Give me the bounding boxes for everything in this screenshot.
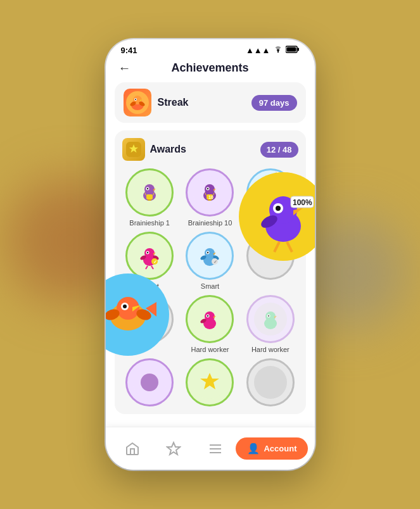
svg-point-16 [147,188,148,189]
svg-text:10: 10 [208,195,213,199]
svg-point-86 [276,206,281,211]
nav-list[interactable] [194,441,236,456]
svg-text:✓: ✓ [153,260,157,264]
svg-rect-1 [297,48,299,51]
signal-icon: ▲▲▲ [246,46,270,55]
svg-point-65 [207,315,208,317]
list-item[interactable] [182,358,238,409]
status-icons: ▲▲▲ [246,46,300,55]
account-icon: 👤 [247,443,260,455]
award-circle-r4-3 [246,358,295,406]
svg-line-89 [274,242,279,252]
awards-header: Awards 12 / 48 [122,138,298,161]
award-circle-hardworker1 [186,295,234,343]
streak-icon [124,89,151,116]
scene: 9:41 ▲▲▲ [0,0,420,509]
streak-label: Streak [158,97,245,108]
battery-icon [286,46,300,55]
svg-marker-79 [167,443,180,455]
nav-star[interactable] [153,441,194,456]
list-item[interactable]: Brainieship 1 [122,168,177,227]
status-time: 9:41 [121,46,137,55]
list-item[interactable]: ✓ Smart [182,232,238,290]
page-title: Achievements [171,61,248,75]
bottom-nav: 👤 Account [106,427,315,470]
award-circle-brainieship1 [125,168,174,217]
award-circle-r4-2 [186,358,234,406]
awards-icon [122,138,145,161]
list-item[interactable]: Hard worker [182,295,238,353]
svg-point-78 [254,366,287,399]
svg-point-96 [123,305,127,308]
list-item[interactable]: 10 Brainieship 10 [182,168,238,227]
svg-text:✓: ✓ [213,260,217,264]
award-circle-brainieship10: 10 [186,168,234,217]
svg-point-22 [205,184,215,194]
account-label: Account [264,444,296,453]
status-bar: 9:41 ▲▲▲ [106,39,315,58]
award-circle-smart2: ✓ [186,232,234,280]
svg-point-53 [207,252,208,253]
svg-point-41 [147,252,148,253]
streak-badge: 97 days [251,95,297,111]
wifi-icon [273,46,283,55]
svg-rect-27 [208,199,212,201]
award-circle-hardworker2 [246,295,295,343]
award-name: Hard worker [251,346,290,353]
award-circle-smart1: ✓ [125,232,174,280]
award-name: Smart [201,282,219,290]
award-name: Brainieship 1 [129,219,170,227]
svg-point-14 [144,184,155,194]
nav-account-button[interactable]: 👤 Account [236,437,308,460]
svg-rect-18 [146,194,153,199]
svg-point-72 [268,315,269,317]
phone: 9:41 ▲▲▲ [106,39,315,470]
award-name: Brainieship 10 [188,219,232,227]
awards-label: Awards [150,144,255,155]
svg-point-7 [135,99,136,100]
list-item[interactable] [122,358,177,409]
svg-point-70 [265,311,276,322]
svg-point-75 [141,374,158,391]
award-name: Hard worker [191,346,229,353]
award-circle-r4-1 [125,358,174,406]
svg-point-24 [207,188,208,189]
svg-rect-2 [286,47,296,52]
list-item[interactable]: Hard worker [243,295,298,353]
back-button[interactable]: ← [118,61,131,75]
nav-home[interactable] [112,441,153,456]
streak-card[interactable]: Streak 97 days [115,82,306,123]
svg-rect-19 [148,199,151,201]
svg-text:100%: 100% [293,198,312,207]
header: ← Achievements [106,58,315,82]
svg-line-90 [287,242,292,252]
list-item[interactable] [243,358,298,409]
awards-badge: 12 / 48 [260,142,298,158]
